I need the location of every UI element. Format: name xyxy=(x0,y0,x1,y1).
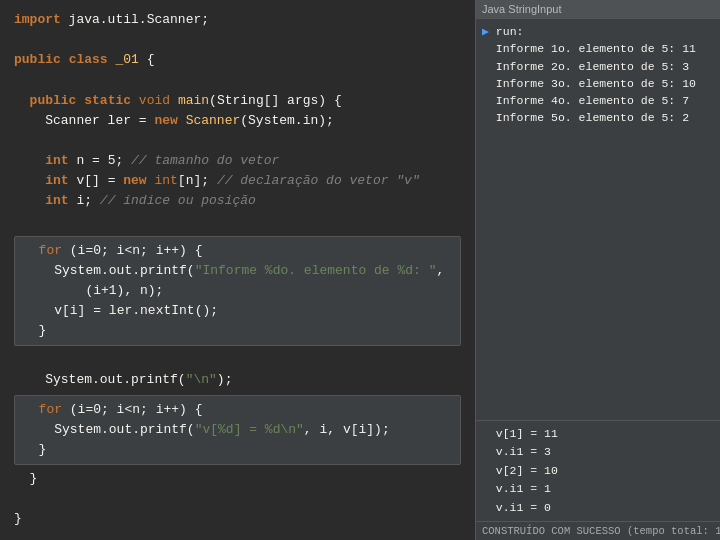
var-line-0: v[1] = 11 xyxy=(482,425,714,443)
line-blank2 xyxy=(14,70,461,90)
for2-line2: System.out.printf("v[%d] = %d\n", i, v[i… xyxy=(23,420,452,440)
line-int-n: int n = 5; // tamanho do vetor xyxy=(14,151,461,171)
line-blank3 xyxy=(14,131,461,151)
line-blank6 xyxy=(14,489,461,509)
line-int-v: int v[] = new int[n]; // declaração do v… xyxy=(14,171,461,191)
output-sidebar: Java StringInput ▶ run: Informe 1o. elem… xyxy=(475,0,720,540)
out-line-1: Informe 1o. elemento de 5: 11 xyxy=(482,40,714,57)
out-line-4: Informe 4o. elemento de 5: 7 xyxy=(482,92,714,109)
line-main: public static void main(String[] args) { xyxy=(14,91,461,111)
for2-line1: for (i=0; i<n; i++) { xyxy=(23,400,452,420)
var-line-1: v.i1 = 3 xyxy=(482,443,714,461)
var-line-2: v[2] = 10 xyxy=(482,462,714,480)
vars-panel: v[1] = 11 v.i1 = 3 v[2] = 10 v.i1 = 1 v.… xyxy=(476,420,720,521)
out-line-5: Informe 5o. elemento de 5: 2 xyxy=(482,109,714,126)
out-line-0: ▶ run: xyxy=(482,23,714,40)
for1-line5: } xyxy=(23,321,452,341)
line-printf-n: System.out.printf("\n"); xyxy=(14,370,461,390)
for2-line3: } xyxy=(23,440,452,460)
line-close-method: } xyxy=(14,469,461,489)
line-class: public class _01 { xyxy=(14,50,461,70)
for-block-2: for (i=0; i<n; i++) { System.out.printf(… xyxy=(14,395,461,465)
var-line-3: v.i1 = 1 xyxy=(482,480,714,498)
line-import: import java.util.Scanner; xyxy=(14,10,461,30)
for1-line1: for (i=0; i<n; i++) { xyxy=(23,241,452,261)
code-content: import java.util.Scanner; public class _… xyxy=(14,10,461,529)
out-line-2: Informe 2o. elemento de 5: 3 xyxy=(482,58,714,75)
line-blank5 xyxy=(14,350,461,370)
line-scanner: Scanner ler = new Scanner(System.in); xyxy=(14,111,461,131)
out-line-3: Informe 3o. elemento de 5: 10 xyxy=(482,75,714,92)
output-panel: ▶ run: Informe 1o. elemento de 5: 11 Inf… xyxy=(476,19,720,420)
line-close-class: } xyxy=(14,509,461,529)
for1-line2: System.out.printf("Informe %do. elemento… xyxy=(23,261,452,281)
code-editor: import java.util.Scanner; public class _… xyxy=(0,0,475,540)
for-block-1: for (i=0; i<n; i++) { System.out.printf(… xyxy=(14,236,461,347)
line-blank1 xyxy=(14,30,461,50)
build-status: CONSTRUÍDO COM SUCESSO (tempo total: 11 … xyxy=(476,521,720,540)
line-blank4 xyxy=(14,211,461,231)
sidebar-title: Java StringInput xyxy=(476,0,720,19)
var-line-4: v.i1 = 0 xyxy=(482,499,714,517)
for1-line3: (i+1), n); xyxy=(23,281,452,301)
for1-line4: v[i] = ler.nextInt(); xyxy=(23,301,452,321)
line-int-i: int i; // índice ou posição xyxy=(14,191,461,211)
